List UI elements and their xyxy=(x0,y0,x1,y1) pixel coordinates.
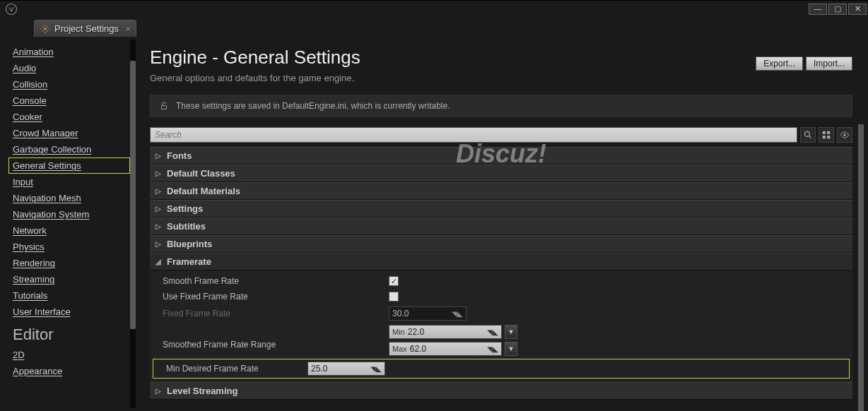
maximize-button[interactable]: ▢ xyxy=(828,4,847,15)
sidebar-item-2d[interactable]: 2D xyxy=(13,347,130,363)
export-button[interactable]: Export... xyxy=(756,56,803,71)
sidebar-item-streaming[interactable]: Streaming xyxy=(13,271,130,287)
category-label: Settings xyxy=(167,203,203,214)
category-blueprints[interactable]: ▷Blueprints xyxy=(150,235,852,253)
window-titlebar: — ▢ ✕ xyxy=(0,0,868,17)
fixed-frame-rate-field[interactable]: 30.0 ◥◣ xyxy=(389,306,467,321)
sidebar-item-collision[interactable]: Collision xyxy=(13,76,130,93)
sidebar-item-network[interactable]: Network xyxy=(13,222,130,239)
category-subtitles[interactable]: ▷Subtitles xyxy=(150,218,852,235)
range-max-dropdown[interactable]: ▼ xyxy=(505,342,517,356)
sidebar-item-console[interactable]: Console xyxy=(13,93,130,109)
use-fixed-frame-rate-checkbox[interactable] xyxy=(389,292,399,302)
spinner-icon[interactable]: ◥◣ xyxy=(487,345,498,353)
range-min-dropdown[interactable]: ▼ xyxy=(505,325,517,339)
category-label: Level Streaming xyxy=(167,386,237,396)
prop-smooth-frame-rate: Smooth Frame Rate ✓ xyxy=(150,273,852,289)
settings-sidebar: Animation Audio Collision Console Cooker… xyxy=(3,40,137,408)
chevron-right-icon: ▷ xyxy=(156,222,163,230)
chevron-right-icon: ▷ xyxy=(156,152,163,160)
range-min-field[interactable]: Min 22.0 ◥◣ xyxy=(389,325,502,339)
prop-label: Smoothed Frame Rate Range xyxy=(163,331,389,350)
chevron-right-icon: ▷ xyxy=(156,387,163,395)
smooth-frame-rate-checkbox[interactable]: ✓ xyxy=(389,276,399,286)
svg-rect-7 xyxy=(823,136,826,138)
svg-rect-2 xyxy=(162,105,167,109)
sidebar-item-crowd-manager[interactable]: Crowd Manager xyxy=(13,125,130,141)
prop-use-fixed-frame-rate: Use Fixed Frame Rate xyxy=(150,289,852,304)
sidebar-item-garbage-collection[interactable]: Garbage Collection xyxy=(13,141,130,157)
chevron-down-icon: ◢ xyxy=(156,258,163,266)
prop-label: Use Fixed Frame Rate xyxy=(163,292,389,302)
sidebar-item-physics[interactable]: Physics xyxy=(13,239,130,255)
sidebar-item-general-settings[interactable]: General Settings xyxy=(8,157,130,174)
category-level-streaming[interactable]: ▷Level Streaming xyxy=(150,382,852,400)
close-window-button[interactable]: ✕ xyxy=(848,4,867,15)
unreal-logo-icon xyxy=(4,2,18,16)
prop-smoothed-range-min: Smoothed Frame Rate Range Min 22.0 ◥◣ ▼ xyxy=(150,323,852,358)
prop-fixed-frame-rate: Fixed Frame Rate 30.0 ◥◣ xyxy=(150,304,852,323)
category-fonts[interactable]: ▷Fonts xyxy=(150,147,852,165)
notice-text: These settings are saved in DefaultEngin… xyxy=(176,101,450,111)
category-framerate[interactable]: ◢Framerate xyxy=(150,253,852,270)
sidebar-heading-editor: Editor xyxy=(13,320,130,347)
minimize-button[interactable]: — xyxy=(809,4,827,15)
chevron-right-icon: ▷ xyxy=(156,169,163,177)
svg-point-0 xyxy=(6,4,17,14)
field-value: 22.0 xyxy=(408,327,487,337)
category-default-classes[interactable]: ▷Default Classes xyxy=(150,165,852,182)
field-value: 30.0 xyxy=(392,309,452,318)
tab-label: Project Settings xyxy=(54,23,119,34)
svg-point-1 xyxy=(44,28,47,30)
prop-label: Min Desired Frame Rate xyxy=(166,364,307,374)
category-label: Default Materials xyxy=(167,186,240,196)
chevron-right-icon: ▷ xyxy=(156,205,163,213)
close-tab-icon[interactable]: ✕ xyxy=(125,24,131,33)
svg-point-9 xyxy=(843,133,846,136)
category-label: Fonts xyxy=(167,150,192,161)
sidebar-item-navigation-system[interactable]: Navigation System xyxy=(13,206,130,222)
svg-rect-8 xyxy=(827,136,830,138)
sidebar-item-navigation-mesh[interactable]: Navigation Mesh xyxy=(13,190,130,206)
min-desired-frame-rate-field[interactable]: 25.0 ◥◣ xyxy=(307,362,385,376)
category-label: Blueprints xyxy=(167,239,212,249)
category-settings[interactable]: ▷Settings xyxy=(150,200,852,218)
spinner-icon[interactable]: ◥◣ xyxy=(487,328,498,336)
search-input[interactable] xyxy=(150,127,797,143)
prop-min-desired-frame-rate: Min Desired Frame Rate 25.0 ◥◣ xyxy=(153,359,850,379)
sidebar-item-animation[interactable]: Animation xyxy=(13,44,130,60)
import-button[interactable]: Import... xyxy=(806,56,852,71)
field-value: 25.0 xyxy=(311,364,370,374)
svg-rect-6 xyxy=(827,131,830,134)
unlock-icon xyxy=(159,101,169,111)
category-default-materials[interactable]: ▷Default Materials xyxy=(150,182,852,200)
sidebar-item-cooker[interactable]: Cooker xyxy=(13,109,130,125)
sidebar-item-tutorials[interactable]: Tutorials xyxy=(13,287,130,304)
tab-project-settings[interactable]: Project Settings ✕ xyxy=(34,20,136,37)
svg-line-4 xyxy=(809,136,811,138)
chevron-right-icon: ▷ xyxy=(156,240,163,248)
field-value: 62.0 xyxy=(410,344,487,354)
prop-label: Smooth Frame Rate xyxy=(163,276,389,286)
sidebar-item-appearance[interactable]: Appearance xyxy=(13,363,130,379)
sidebar-item-input[interactable]: Input xyxy=(13,174,130,190)
page-title: Engine - General Settings xyxy=(150,47,360,68)
category-label: Framerate xyxy=(167,256,211,267)
sidebar-scrollbar-thumb[interactable] xyxy=(130,61,136,329)
search-icon[interactable] xyxy=(800,127,816,143)
prop-label: Fixed Frame Rate xyxy=(163,309,389,318)
main-scrollbar-thumb[interactable] xyxy=(858,124,864,411)
range-max-field[interactable]: Max 62.0 ◥◣ xyxy=(389,342,502,356)
page-subtitle: General options and defaults for the gam… xyxy=(150,73,360,83)
field-prefix: Min xyxy=(392,328,405,336)
visibility-eye-icon[interactable] xyxy=(837,127,852,143)
svg-rect-5 xyxy=(823,131,826,134)
grid-view-icon[interactable] xyxy=(819,127,834,143)
spinner-icon[interactable]: ◥◣ xyxy=(370,365,382,373)
sidebar-item-audio[interactable]: Audio xyxy=(13,60,130,76)
sidebar-item-user-interface[interactable]: User Interface xyxy=(13,304,130,320)
spinner-icon[interactable]: ◥◣ xyxy=(452,310,463,318)
writable-notice: These settings are saved in DefaultEngin… xyxy=(150,95,852,117)
tab-bar: Project Settings ✕ xyxy=(0,17,868,37)
sidebar-item-rendering[interactable]: Rendering xyxy=(13,255,130,271)
